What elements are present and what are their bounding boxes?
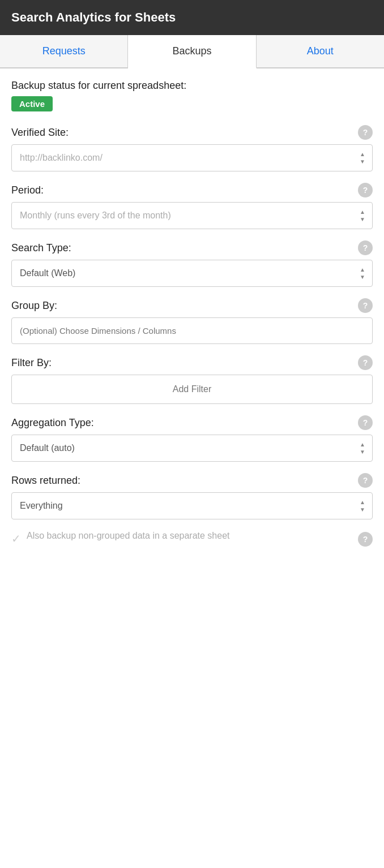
aggregation-type-section: Aggregation Type: ? Default (auto) [11, 415, 373, 462]
aggregation-type-spinner[interactable] [353, 441, 372, 455]
search-type-section: Search Type: ? Default (Web) [11, 240, 373, 287]
aggregation-type-arrow-up-icon[interactable] [360, 441, 365, 448]
also-backup-row: ✓ Also backup non-grouped data in a sepa… [11, 531, 373, 547]
tab-backups[interactable]: Backups [128, 35, 256, 68]
app-title: Search Analytics for Sheets [11, 10, 176, 24]
add-filter-button[interactable]: Add Filter [11, 375, 373, 404]
rows-returned-label-row: Rows returned: ? [11, 473, 373, 488]
tab-bar: Requests Backups About [0, 35, 384, 68]
rows-returned-section: Rows returned: ? Everything [11, 473, 373, 519]
filter-by-section: Filter By: ? Add Filter [11, 355, 373, 404]
search-type-arrow-up-icon[interactable] [360, 267, 365, 273]
filter-by-help-icon[interactable]: ? [358, 355, 373, 370]
search-type-value: Default (Web) [12, 260, 353, 286]
verified-site-spinner[interactable] [353, 151, 372, 165]
aggregation-type-select[interactable]: Default (auto) [11, 435, 373, 462]
period-label-row: Period: ? [11, 183, 373, 197]
group-by-help-icon[interactable]: ? [358, 298, 373, 313]
verified-site-value: http://backlinko.com/ [12, 145, 353, 171]
also-backup-help-icon[interactable]: ? [358, 532, 373, 547]
rows-returned-arrow-down-icon[interactable] [360, 506, 365, 513]
rows-returned-help-icon[interactable]: ? [358, 473, 373, 488]
rows-returned-spinner[interactable] [353, 499, 372, 513]
rows-returned-arrow-up-icon[interactable] [360, 499, 365, 505]
period-spinner[interactable] [353, 209, 372, 222]
filter-by-label-row: Filter By: ? [11, 355, 373, 370]
search-type-select[interactable]: Default (Web) [11, 260, 373, 287]
period-value: Monthly (runs every 3rd of the month) [12, 203, 353, 229]
tab-about[interactable]: About [257, 35, 384, 67]
aggregation-type-help-icon[interactable]: ? [358, 415, 373, 430]
period-select[interactable]: Monthly (runs every 3rd of the month) [11, 202, 373, 229]
aggregation-type-arrow-down-icon[interactable] [360, 449, 365, 455]
search-type-label-row: Search Type: ? [11, 240, 373, 255]
backup-status-label: Backup status for current spreadsheet: [11, 80, 373, 92]
active-badge: Active [11, 96, 53, 111]
main-content: Backup status for current spreadsheet: A… [0, 68, 384, 569]
also-backup-check-icon[interactable]: ✓ [11, 532, 21, 545]
search-type-help-icon[interactable]: ? [358, 240, 373, 255]
verified-site-help-icon[interactable]: ? [358, 125, 373, 140]
search-type-spinner[interactable] [353, 267, 372, 280]
rows-returned-select[interactable]: Everything [11, 492, 373, 519]
aggregation-type-label-row: Aggregation Type: ? [11, 415, 373, 430]
group-by-label-row: Group By: ? [11, 298, 373, 313]
period-section: Period: ? Monthly (runs every 3rd of the… [11, 183, 373, 229]
backup-status-section: Backup status for current spreadsheet: A… [11, 80, 373, 122]
verified-site-label-row: Verified Site: ? [11, 125, 373, 140]
rows-returned-value: Everything [12, 493, 353, 519]
also-backup-label: Also backup non-grouped data in a separa… [27, 531, 352, 541]
tab-requests[interactable]: Requests [0, 35, 128, 67]
aggregation-type-value: Default (auto) [12, 435, 353, 461]
verified-site-section: Verified Site: ? http://backlinko.com/ [11, 125, 373, 171]
group-by-section: Group By: ? [11, 298, 373, 344]
period-arrow-down-icon[interactable] [360, 216, 365, 222]
period-help-icon[interactable]: ? [358, 183, 373, 197]
group-by-input[interactable] [11, 317, 373, 344]
verified-site-arrow-up-icon[interactable] [360, 151, 365, 157]
search-type-arrow-down-icon[interactable] [360, 274, 365, 280]
verified-site-select[interactable]: http://backlinko.com/ [11, 144, 373, 171]
period-arrow-up-icon[interactable] [360, 209, 365, 215]
also-backup-section: ✓ Also backup non-grouped data in a sepa… [11, 531, 373, 547]
app-header: Search Analytics for Sheets [0, 0, 384, 35]
verified-site-arrow-down-icon[interactable] [360, 158, 365, 165]
